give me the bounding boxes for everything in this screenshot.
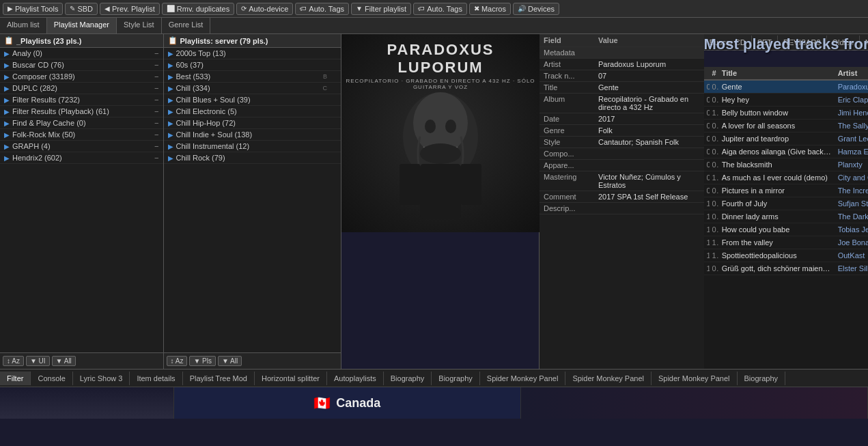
bottom-tab-lyric-show-3[interactable]: Lyric Show 3 xyxy=(73,372,130,385)
bottom-tab-biography2[interactable]: Biography xyxy=(432,372,480,385)
track-row[interactable]: 10 05 Fourth of July Sufjan Stevens Carr… xyxy=(704,197,869,210)
playlist-minus[interactable]: − xyxy=(154,142,158,150)
prev-playlist-button[interactable]: ◀ Prev. Playlist xyxy=(100,3,160,15)
playlist-item[interactable]: ▶DUPLC (282)− xyxy=(0,83,163,94)
bottom-tab-filter[interactable]: Filter xyxy=(0,372,31,385)
panel-b-list[interactable]: ▶2000s Top (13)▶60s (37)▶Best (533)B▶Chi… xyxy=(164,48,341,352)
track-row-num: 01 xyxy=(704,80,710,94)
server-playlist-item[interactable]: ▶Chill Indie + Soul (138) xyxy=(164,129,341,141)
bottom-tab-spider-monkey-panel3[interactable]: Spider Monkey Panel xyxy=(652,372,738,385)
panel-b-filter-all[interactable]: ▼ All xyxy=(218,356,242,366)
track-row[interactable]: 15 01 Grüß gott, dich schöner maien (Deu… xyxy=(704,262,869,275)
playlist-item[interactable]: ▶Analy (0)− xyxy=(0,48,163,59)
subtab-revisar2[interactable]: REVISAR2 xyxy=(778,36,826,49)
subtab-buscar-cd[interactable]: Buscar CD xyxy=(704,36,752,49)
playlist-item[interactable]: ▶GRAPH (4)− xyxy=(0,141,163,152)
panel-a-filter-ui[interactable]: ▼ UI xyxy=(26,356,50,366)
meta-value-header: Value xyxy=(594,34,704,47)
panel-a-list[interactable]: ▶Analy (0)−▶Buscar CD (76)−▶Composer (33… xyxy=(0,48,163,352)
bottom-tab-spider-monkey-panel1[interactable]: Spider Monkey Panel xyxy=(480,372,566,385)
server-playlist-item[interactable]: ▶Best (533)B xyxy=(164,71,341,83)
rmv-duplicates-button[interactable]: ⬜ Rmv. duplicates xyxy=(162,3,234,15)
svg-point-7 xyxy=(420,143,461,164)
track-row[interactable]: 04 04 A lover for all seasons The Sallya… xyxy=(704,120,869,133)
track-row[interactable]: 09 03 Pictures in a mirror The Incredibl… xyxy=(704,184,869,197)
playlist-item[interactable]: ▶Hendrix2 (602)− xyxy=(0,152,163,164)
track-row[interactable]: 08 12 As much as I ever could (demo) Cit… xyxy=(704,171,869,184)
server-playlist-item[interactable]: ▶Chill Electronic (5) xyxy=(164,106,341,117)
panel-b-filter-pls[interactable]: ▼ Pls xyxy=(189,356,216,366)
playlist-item[interactable]: ▶Folk-Rock Mix (50)− xyxy=(0,129,163,141)
panel-a-sort-az[interactable]: ↕ Az xyxy=(3,356,24,366)
auto-device-button[interactable]: ⟳ Auto-device xyxy=(236,3,293,15)
tab-genre-list[interactable]: Genre List xyxy=(162,18,211,33)
playlist-minus[interactable]: − xyxy=(154,49,158,57)
tab-style-list[interactable]: Style List xyxy=(117,18,162,33)
metadata-row: Track n...07 xyxy=(540,70,704,82)
devices-button[interactable]: 🔊 Devices xyxy=(513,3,559,15)
subtab-most-played[interactable]: Most pl... xyxy=(860,36,868,49)
track-row[interactable]: 06 03 Aiga denos ailanga (Give back my h… xyxy=(704,145,869,158)
subtab-set[interactable]: SET xyxy=(752,36,778,49)
metadata-row: StyleCantautor; Spanish Folk xyxy=(540,137,704,148)
track-row[interactable]: 12 02 How could you babe Tobias Jesso Jr… xyxy=(704,223,869,236)
track-row[interactable]: 13 11 From the valley Joe Bonamassa The … xyxy=(704,236,869,249)
track-row[interactable]: 07 07 The blacksmith Planxty Planxty liv… xyxy=(704,158,869,171)
bottom-tab-spider-monkey-panel2[interactable]: Spider Monkey Panel xyxy=(565,372,652,385)
server-playlist-item[interactable]: ▶Chill Instrumental (12) xyxy=(164,141,341,152)
server-playlist-item[interactable]: ▶Chill Rock (79) xyxy=(164,152,341,164)
server-playlist-item[interactable]: ▶60s (37) xyxy=(164,59,341,71)
track-row[interactable]: 03 10 Belly button window Jimi Hendrix T… xyxy=(704,107,869,120)
playlist-icon: ▶ xyxy=(4,85,10,92)
bottom-tab-playlist-tree-mod[interactable]: Playlist Tree Mod xyxy=(183,372,255,385)
track-row[interactable]: 01 07 Gente Paradoxus Luporum Recopilato… xyxy=(704,80,869,94)
track-row-num: 03 xyxy=(704,107,710,120)
server-playlist-item[interactable]: ▶Chill Blues + Soul (39) xyxy=(164,94,341,106)
playlist-icon: ▶ xyxy=(4,61,10,69)
server-playlist-item[interactable]: ▶Chill (334)C xyxy=(164,83,341,94)
bottom-tab-item-details[interactable]: Item details xyxy=(130,372,182,385)
track-row[interactable]: 14 12 Spottieottiedopalicious OutKast Aq… xyxy=(704,249,869,262)
server-playlist-item[interactable]: ▶Chill Hip-Hop (72) xyxy=(164,117,341,129)
metadata-row: Date2017 xyxy=(540,113,704,125)
panel-a-filter-all[interactable]: ▼ All xyxy=(52,356,76,366)
track-row[interactable]: 05 06 Jupiter and teardrop Grant Lee Buf… xyxy=(704,133,869,145)
subtab-oldies[interactable]: Oldies xyxy=(827,36,860,49)
playlist-tools-button[interactable]: ▶ Playlist Tools xyxy=(3,3,63,15)
main-tabs: Album list Playlist Manager Style List G… xyxy=(0,18,868,34)
bottom-tab-console[interactable]: Console xyxy=(31,372,72,385)
playlist-minus[interactable]: − xyxy=(154,154,158,162)
playlist-minus[interactable]: − xyxy=(154,107,158,115)
track-artist: Hamza El Din xyxy=(835,145,868,158)
bottom-tab-biography3[interactable]: Biography xyxy=(738,372,786,385)
track-row[interactable]: 02 03 Hey hey Eric Clapton Unplugged 3:1… xyxy=(704,94,869,107)
tab-album-list[interactable]: Album list xyxy=(0,18,47,33)
playlist-item[interactable]: ▶Buscar CD (76)− xyxy=(0,59,163,71)
playlist-minus[interactable]: − xyxy=(154,61,158,69)
auto-tags2-button[interactable]: 🏷 Auto. Tags xyxy=(413,3,467,15)
playlist-item[interactable]: ▶Find & Play Cache (0)− xyxy=(0,117,163,129)
track-row[interactable]: 11 04 Dinner lady arms The Darkness One … xyxy=(704,210,869,223)
track-table-wrapper[interactable]: #TitleArtistAlbumLengthKeyPLRDRLRA?DateR… xyxy=(704,67,869,369)
playlist-minus[interactable]: − xyxy=(154,84,158,92)
auto-tags1-button[interactable]: 🏷 Auto. Tags xyxy=(295,3,349,15)
playlist-item[interactable]: ▶Filter Results (7232)− xyxy=(0,94,163,106)
playlist-minus[interactable]: − xyxy=(154,130,158,139)
playlist-minus[interactable]: − xyxy=(154,119,158,127)
macros-button[interactable]: ✖ Macros xyxy=(469,3,511,15)
playlist-item[interactable]: ▶Composer (33189)− xyxy=(0,71,163,83)
server-playlist-item[interactable]: ▶2000s Top (13) xyxy=(164,48,341,59)
track-idx: 12 xyxy=(710,171,719,184)
panel-b-sort-az[interactable]: ↕ Az xyxy=(167,356,188,366)
playlist-item[interactable]: ▶Filter Results (Playback) (61)− xyxy=(0,106,163,117)
bottom-tab-biography1[interactable]: Biography xyxy=(384,372,432,385)
track-idx: 11 xyxy=(710,236,719,249)
track-artist: OutKast xyxy=(835,249,868,262)
tab-playlist-manager[interactable]: Playlist Manager xyxy=(47,18,117,33)
filter-playlist-button[interactable]: ▼ Filter playlist xyxy=(351,3,411,15)
bottom-tab-horizontal-splitter[interactable]: Horizontal splitter xyxy=(255,372,327,385)
bottom-tab-autoplaylists[interactable]: Autoplaylists xyxy=(327,372,384,385)
playlist-minus[interactable]: − xyxy=(154,96,158,104)
playlist-minus[interactable]: − xyxy=(154,72,158,81)
sbd-button[interactable]: ✎ SBD xyxy=(65,3,98,15)
